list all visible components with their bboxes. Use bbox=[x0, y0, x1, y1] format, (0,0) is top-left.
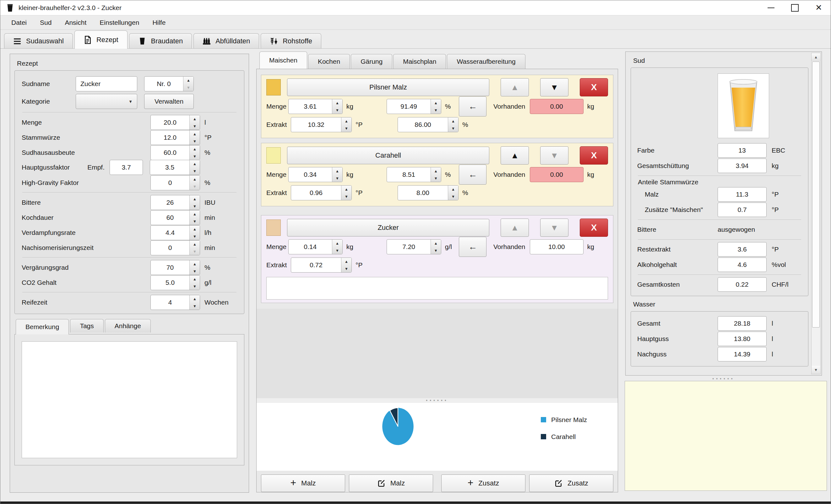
horizontal-splitter[interactable]: •••••• bbox=[257, 398, 618, 403]
tab-abfuelldaten[interactable]: Abfülldaten bbox=[194, 33, 259, 49]
high-gravity-spinbox[interactable]: 0 ▲▼ bbox=[150, 175, 200, 190]
take-from-stock-button[interactable]: ← bbox=[459, 96, 486, 117]
co2-gehalt-spinbox[interactable]: 5.0 ▲▼ bbox=[150, 275, 200, 290]
spin-up-icon[interactable]: ▲ bbox=[332, 167, 342, 175]
bemerkung-textarea[interactable] bbox=[22, 342, 237, 458]
nachisomerisierungszeit-spinbox[interactable]: 0 ▲▼ bbox=[150, 240, 200, 255]
scroll-up-button[interactable]: ▲ bbox=[811, 53, 820, 61]
spin-down-icon[interactable]: ▼ bbox=[431, 247, 441, 254]
tab-anhaenge[interactable]: Anhänge bbox=[105, 319, 151, 332]
spin-down-icon[interactable]: ▼ bbox=[332, 107, 342, 114]
spin-down-icon[interactable]: ▼ bbox=[190, 218, 200, 225]
spin-up-icon[interactable]: ▲ bbox=[332, 240, 342, 247]
spin-up-icon[interactable]: ▲ bbox=[190, 210, 200, 218]
delete-button[interactable]: X bbox=[580, 146, 608, 165]
spin-down-icon[interactable]: ▼ bbox=[190, 138, 200, 145]
sudname-input[interactable]: Zucker bbox=[76, 76, 137, 91]
spin-up-icon[interactable]: ▲ bbox=[341, 185, 351, 193]
spin-up-icon[interactable]: ▲ bbox=[190, 241, 200, 248]
spin-up-icon[interactable]: ▲ bbox=[190, 176, 200, 183]
take-from-stock-button[interactable]: ← bbox=[459, 237, 486, 257]
tab-maischplan[interactable]: Maischplan bbox=[393, 54, 446, 69]
menu-datei[interactable]: Datei bbox=[5, 16, 33, 30]
move-down-button[interactable]: ▼ bbox=[540, 218, 569, 237]
menge-spinbox[interactable]: 3.61 ▲▼ bbox=[288, 99, 343, 114]
spin-down-icon[interactable]: ▼ bbox=[332, 247, 342, 254]
verdampfungsrate-spinbox[interactable]: 4.4 ▲▼ bbox=[150, 225, 200, 240]
ausbeute-spinbox[interactable]: 8.00 ▲▼ bbox=[398, 185, 459, 200]
spin-up-icon[interactable]: ▲ bbox=[190, 160, 200, 167]
spin-up-icon[interactable]: ▲ bbox=[341, 258, 351, 265]
take-from-stock-button[interactable]: ← bbox=[459, 165, 486, 185]
spin-down-icon[interactable]: ▼ bbox=[190, 233, 200, 240]
spin-up-icon[interactable]: ▲ bbox=[431, 240, 441, 247]
spin-up-icon[interactable]: ▲ bbox=[190, 130, 200, 138]
tab-sudauswahl[interactable]: Sudauswahl bbox=[4, 33, 73, 49]
ausbeute-spinbox[interactable]: 86.00 ▲▼ bbox=[398, 117, 459, 132]
spin-up-icon[interactable]: ▲ bbox=[190, 260, 200, 268]
move-up-button[interactable]: ▲ bbox=[500, 146, 529, 165]
kochdauer-spinbox[interactable]: 60 ▲▼ bbox=[150, 210, 200, 225]
sud-notes-area[interactable] bbox=[625, 381, 827, 491]
add-malz-button[interactable]: + Malz bbox=[261, 474, 345, 492]
extrakt-spinbox[interactable]: 10.32 ▲▼ bbox=[291, 117, 352, 132]
scrollbar-thumb[interactable] bbox=[812, 62, 820, 328]
kategorie-dropdown[interactable]: ▼ bbox=[76, 94, 137, 109]
spin-up-icon[interactable]: ▲ bbox=[190, 145, 200, 153]
maximize-button[interactable] bbox=[783, 0, 807, 15]
anteil-spinbox[interactable]: 8.51 ▲▼ bbox=[386, 167, 441, 182]
menu-hilfe[interactable]: Hilfe bbox=[146, 16, 172, 30]
spin-up-icon[interactable]: ▲ bbox=[332, 99, 342, 107]
right-splitter[interactable]: •••••• bbox=[625, 377, 822, 381]
tab-rezept[interactable]: Rezept bbox=[75, 30, 127, 49]
ingredient-name-button[interactable]: Pilsner Malz bbox=[287, 79, 489, 96]
spin-down-icon[interactable]: ▼ bbox=[190, 122, 200, 130]
spin-down-icon[interactable]: ▼ bbox=[190, 268, 200, 275]
menu-einstellungen[interactable]: Einstellungen bbox=[93, 16, 146, 30]
edit-zusatz-button[interactable]: Zusatz bbox=[529, 474, 613, 492]
spin-up-icon[interactable]: ▲ bbox=[190, 295, 200, 302]
spin-down-icon[interactable]: ▼ bbox=[341, 125, 351, 132]
spin-down-icon[interactable]: ▼ bbox=[190, 203, 200, 210]
spin-up-icon[interactable]: ▲ bbox=[190, 275, 200, 283]
bittere-spinbox[interactable]: 26 ▲▼ bbox=[150, 195, 200, 210]
sudnummer-spinbox[interactable]: Nr. 0 ▲▼ bbox=[144, 76, 194, 91]
menu-sud[interactable]: Sud bbox=[33, 16, 58, 30]
move-up-button[interactable]: ▲ bbox=[500, 78, 529, 96]
spin-down-icon[interactable]: ▼ bbox=[190, 167, 200, 175]
spin-up-icon[interactable]: ▲ bbox=[448, 185, 458, 193]
spin-up-icon[interactable]: ▲ bbox=[431, 167, 441, 175]
menu-ansicht[interactable]: Ansicht bbox=[58, 16, 93, 30]
spin-down-icon[interactable]: ▼ bbox=[190, 248, 200, 255]
spin-down-icon[interactable]: ▼ bbox=[190, 302, 200, 309]
spin-up-icon[interactable]: ▲ bbox=[190, 115, 200, 122]
tab-kochen[interactable]: Kochen bbox=[308, 54, 350, 69]
menge-spinbox[interactable]: 0.14 ▲▼ bbox=[288, 239, 343, 254]
delete-button[interactable]: X bbox=[580, 78, 608, 96]
spin-down-icon[interactable]: ▼ bbox=[448, 125, 458, 132]
tab-braudaten[interactable]: Braudaten bbox=[129, 33, 192, 49]
spin-up-icon[interactable]: ▲ bbox=[183, 77, 194, 84]
vergaerungsgrad-spinbox[interactable]: 70 ▲▼ bbox=[150, 260, 200, 275]
spin-down-icon[interactable]: ▼ bbox=[341, 193, 351, 200]
ingredient-name-button[interactable]: Carahell bbox=[287, 147, 489, 164]
close-button[interactable]: ✕ bbox=[807, 0, 831, 15]
move-up-button[interactable]: ▲ bbox=[500, 218, 529, 237]
sudhausausbeute-spinbox[interactable]: 60.0 ▲▼ bbox=[150, 145, 200, 160]
menge-spinbox[interactable]: 20.0 ▲▼ bbox=[150, 115, 200, 130]
spin-down-icon[interactable]: ▼ bbox=[431, 107, 441, 114]
spin-up-icon[interactable]: ▲ bbox=[448, 117, 458, 125]
extrakt-spinbox[interactable]: 0.72 ▲▼ bbox=[291, 258, 352, 273]
spin-down-icon[interactable]: ▼ bbox=[341, 265, 351, 272]
ingredient-name-button[interactable]: Zucker bbox=[287, 219, 489, 236]
minimize-button[interactable] bbox=[759, 0, 783, 15]
spin-down-icon[interactable]: ▼ bbox=[431, 175, 441, 182]
tab-maischen[interactable]: Maischen bbox=[259, 52, 307, 69]
tab-tags[interactable]: Tags bbox=[70, 319, 103, 332]
ingredient-comment-box[interactable] bbox=[266, 277, 608, 300]
tab-wasseraufbereitung[interactable]: Wasseraufbereitung bbox=[447, 54, 525, 69]
move-down-button[interactable]: ▼ bbox=[540, 146, 569, 165]
spin-up-icon[interactable]: ▲ bbox=[190, 226, 200, 233]
menge-spinbox[interactable]: 0.34 ▲▼ bbox=[288, 167, 343, 182]
anteil-spinbox[interactable]: 91.49 ▲▼ bbox=[386, 99, 441, 114]
